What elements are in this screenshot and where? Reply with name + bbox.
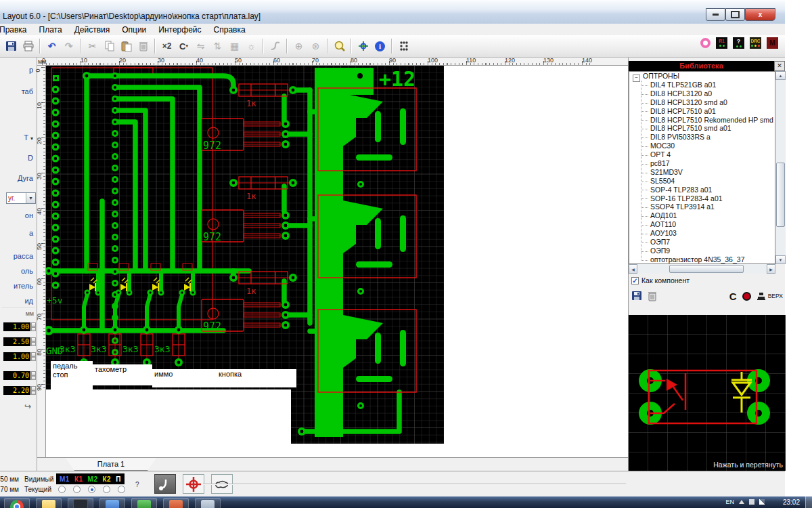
library-item[interactable]: DIL8 HCPL7510 a01	[629, 107, 775, 116]
spinner-1[interactable]	[31, 337, 36, 346]
library-item[interactable]: оптотранзистор 4N35_36_37	[629, 255, 775, 264]
library-item[interactable]: АОД101	[629, 211, 775, 220]
library-item[interactable]: DIL4 TLP521GB a01	[629, 81, 775, 89]
board-note-2[interactable]: иммо	[152, 369, 217, 387]
spinner-0[interactable]	[31, 322, 36, 331]
library-item[interactable]: DIL8 HCPL7510 Rekomended HP smd a	[629, 116, 775, 125]
toolbar-rotate-button[interactable]: C▾	[175, 38, 192, 55]
toolbar-info-button[interactable]: i	[371, 38, 388, 55]
tray-expand-icon[interactable]	[739, 500, 744, 504]
footprint-preview[interactable]: Нажать и перетянуть	[629, 315, 786, 471]
library-item[interactable]: DIL8 PVI5033RS a	[629, 133, 775, 142]
crosshair-button[interactable]	[183, 474, 204, 494]
library-root-node[interactable]: −ОПТРОНЫ	[629, 72, 775, 81]
sidebar-tool-11[interactable]: ид	[24, 297, 33, 305]
scroll-right-icon[interactable]: ▶	[767, 264, 775, 274]
sidebar-tool-1[interactable]: таб	[22, 87, 33, 96]
toolbar-print-button[interactable]	[20, 38, 37, 55]
library-item[interactable]: pc817	[629, 159, 775, 168]
spur-mode-icon[interactable]: ↪	[24, 402, 31, 411]
rotate-preview-icon[interactable]: C	[729, 291, 737, 302]
minimize-button[interactable]	[706, 8, 725, 21]
sidebar-tool-0[interactable]: р	[29, 66, 33, 74]
value-field-0[interactable]: 1.00	[3, 322, 30, 331]
toolbar-group-button[interactable]: ▦	[226, 38, 243, 55]
save-macro-icon[interactable]	[631, 291, 642, 301]
scroll-up-icon[interactable]: ▲	[775, 71, 786, 80]
language-indicator[interactable]: EN	[725, 499, 734, 505]
sidebar-tool-6[interactable]: он	[25, 211, 33, 219]
maximize-button[interactable]	[725, 8, 745, 21]
value-field-4[interactable]: 2.20	[3, 386, 30, 395]
component-donut-icon[interactable]	[700, 38, 710, 48]
pcb-canvas[interactable]: 1к1к1к9729729723к33к33к33к3+12+5vGND пед…	[46, 66, 628, 457]
chevron-down-icon[interactable]: ▼	[26, 193, 35, 203]
board-note-3[interactable]: кнопка	[217, 369, 296, 387]
layer-radio-К2[interactable]	[103, 486, 110, 493]
toolbar-thermal-pad-button[interactable]: ⊛	[307, 38, 324, 55]
board-note-1[interactable]: тахометр	[93, 364, 152, 385]
taskbar-explorer-button[interactable]	[36, 498, 62, 508]
library-item[interactable]: SOP-4 TLP283 a01	[629, 186, 775, 194]
toolbar-undo-button[interactable]: ↶	[43, 38, 60, 55]
toolbar-cut-button[interactable]: ✂	[84, 38, 101, 55]
toolbar-redo-button[interactable]: ↷	[60, 38, 77, 55]
layer-chip-П[interactable]: П	[116, 475, 121, 483]
library-close-button[interactable]: ✕	[774, 61, 785, 71]
taskbar-chrome-button[interactable]	[4, 498, 30, 508]
toolbar-autoroute-button[interactable]	[267, 38, 284, 55]
sidebar-tool-2[interactable]: Т▾	[24, 133, 33, 142]
toolbar-save-button[interactable]	[3, 38, 20, 55]
scroll-left-icon[interactable]: ◀	[629, 264, 637, 274]
menu-item-Интерфейс[interactable]: Интерфейс	[152, 25, 207, 35]
spinner-2[interactable]	[31, 352, 36, 361]
taskbar-sprint-button[interactable]	[131, 498, 157, 508]
layer-chip-К2[interactable]: К2	[102, 475, 111, 483]
as-component-checkbox[interactable]: ✓	[631, 277, 639, 284]
value-field-2[interactable]: 1.00	[3, 352, 30, 361]
library-item[interactable]: OPT 4	[629, 150, 775, 159]
layer-chip-М1[interactable]: М1	[60, 475, 70, 483]
delete-macro-icon[interactable]	[648, 291, 657, 301]
layer-chip-М2[interactable]: М2	[88, 475, 98, 483]
toolbar-footprint-button[interactable]	[395, 38, 412, 55]
library-item[interactable]: SL5504	[629, 177, 775, 186]
track-mode-button[interactable]	[154, 474, 176, 494]
taskbar-phone-button[interactable]	[68, 498, 93, 508]
toolbar-mirror-vertical-button[interactable]: ⇅	[209, 38, 226, 55]
layer-radio-М1[interactable]	[58, 486, 66, 493]
toolbar-rotate-any-button[interactable]: ☼	[243, 38, 260, 55]
tab-board-1[interactable]: Плата 1	[66, 458, 156, 471]
spinner-4[interactable]	[31, 386, 36, 395]
scrollbar-thumb[interactable]	[669, 265, 744, 273]
tray-icon[interactable]	[749, 499, 754, 505]
macros-button[interactable]: M	[767, 37, 778, 49]
sidebar-tool-7[interactable]: а	[29, 229, 33, 237]
value-field-3[interactable]: 0.70	[3, 371, 30, 380]
taskbar-media-button[interactable]	[99, 498, 125, 508]
scroll-down-icon[interactable]: ▼	[775, 255, 786, 264]
stamp-side-icon[interactable]	[757, 291, 766, 301]
sidebar-tool-8[interactable]: расса	[14, 252, 33, 260]
toolbar-delete-button[interactable]	[135, 38, 152, 55]
sidebar-tool-3[interactable]: D	[28, 154, 33, 162]
library-item[interactable]: АОТ110	[629, 220, 775, 229]
r1-layer-button[interactable]: R1	[716, 37, 727, 49]
sidebar-tool-10[interactable]: итель	[14, 282, 33, 290]
library-item[interactable]: АОУ103	[629, 229, 775, 238]
toolbar-zoom-button[interactable]	[331, 38, 348, 55]
menu-item-Плата[interactable]: Плата	[33, 25, 68, 35]
layer-help[interactable]: ?	[135, 481, 139, 488]
toolbar-mirror-horizontal-button[interactable]: ⇋	[192, 38, 209, 55]
scrollbar-thumb[interactable]	[776, 163, 785, 227]
library-horizontal-scrollbar[interactable]: ◀ ▶	[629, 264, 775, 274]
layer-chip-К1[interactable]: К1	[74, 475, 83, 483]
library-item[interactable]: ОЭП9	[629, 247, 775, 255]
special-form-combo[interactable]: уг.▼	[6, 192, 36, 204]
taskbar-ppt-button[interactable]	[163, 498, 189, 508]
menu-item-Правка[interactable]: Правка	[0, 25, 33, 35]
network-icon[interactable]	[759, 499, 765, 505]
layer-radio-К1[interactable]	[73, 486, 81, 493]
help-button[interactable]: ?	[733, 37, 744, 49]
value-field-1[interactable]: 2.50	[3, 337, 30, 346]
